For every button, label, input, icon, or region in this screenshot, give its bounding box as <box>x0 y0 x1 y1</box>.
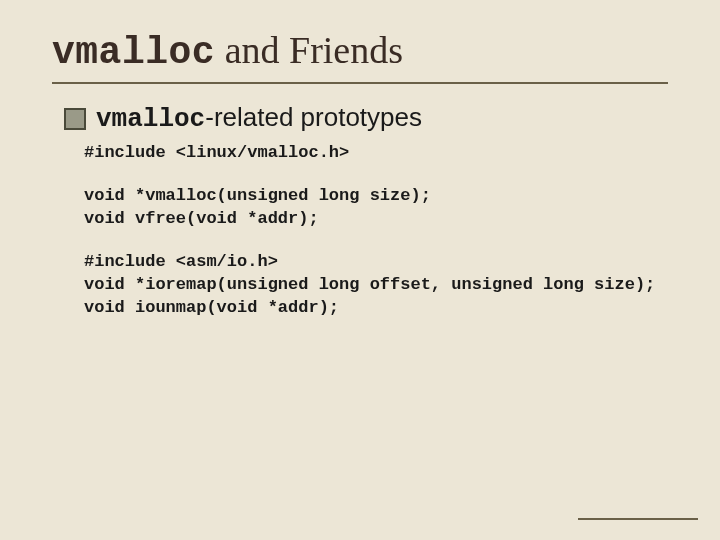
slide-title: vmalloc and Friends <box>52 28 668 74</box>
title-rest: and Friends <box>215 29 403 71</box>
code-ioremap-protos: #include <asm/io.h> void *ioremap(unsign… <box>84 251 668 320</box>
slide: vmalloc and Friends vmalloc-related prot… <box>0 0 720 540</box>
code-vmalloc-protos: void *vmalloc(unsigned long size); void … <box>84 185 668 231</box>
code-include-vmalloc: #include <linux/vmalloc.h> <box>84 142 668 165</box>
footer-rule <box>578 518 698 520</box>
square-bullet-icon <box>64 108 86 130</box>
bullet-text: vmalloc-related prototypes <box>96 102 422 134</box>
bullet-rest: -related prototypes <box>205 102 422 132</box>
title-underline <box>52 82 668 84</box>
bullet-item: vmalloc-related prototypes <box>64 102 668 134</box>
title-mono: vmalloc <box>52 31 215 74</box>
bullet-mono: vmalloc <box>96 104 205 134</box>
